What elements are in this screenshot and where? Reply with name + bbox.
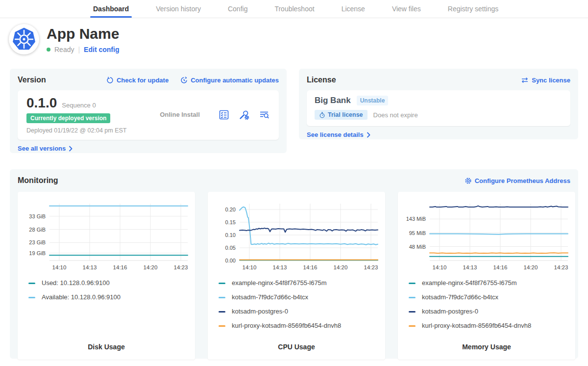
disk-usage-legend: Used: 10.128.0.96:9100Available: 10.128.… — [23, 279, 190, 301]
legend-item: example-nginx-54f8f76755-l675m — [409, 279, 570, 287]
legend-label: example-nginx-54f8f76755-l675m — [422, 279, 517, 287]
customer-name: Big Bank — [315, 96, 351, 105]
memory-usage-legend: example-nginx-54f8f76755-l675mkotsadm-7f… — [403, 279, 570, 330]
license-expiry: Does not expire — [373, 111, 418, 119]
tab-view-files[interactable]: View files — [392, 0, 421, 18]
clock-refresh-icon — [180, 77, 188, 84]
license-title: License — [307, 76, 336, 84]
page-title: App Name — [47, 26, 119, 42]
legend-label: kotsadm-postgres-0 — [422, 308, 478, 315]
kubernetes-icon — [10, 26, 38, 53]
legend-color-dash — [28, 283, 35, 284]
legend-color-dash — [219, 297, 225, 298]
legend-label: kotsadm-7f9dc7d66c-b4tcx — [422, 293, 498, 301]
svg-text:0.00: 0.00 — [225, 258, 236, 263]
legend-color-dash — [409, 325, 416, 327]
svg-text:28 GiB: 28 GiB — [29, 227, 46, 233]
svg-text:143 MiB: 143 MiB — [406, 216, 426, 222]
tab-registry-settings[interactable]: Registry settings — [448, 0, 498, 18]
status-ready-dot — [47, 48, 50, 52]
legend-color-dash — [219, 325, 225, 327]
view-logs-icon[interactable] — [258, 109, 270, 121]
see-license-details-link[interactable]: See license details — [307, 131, 370, 138]
svg-text:14:23: 14:23 — [554, 264, 568, 270]
legend-item: Used: 10.128.0.96:9100 — [28, 279, 190, 287]
version-number: 0.1.0 — [26, 95, 57, 111]
status-text: Ready — [54, 46, 74, 53]
svg-text:0.10: 0.10 — [225, 232, 236, 238]
svg-text:48 MiB: 48 MiB — [409, 244, 426, 250]
svg-text:14:16: 14:16 — [493, 264, 508, 270]
tab-license[interactable]: License — [342, 0, 365, 18]
svg-text:0.20: 0.20 — [225, 207, 236, 212]
version-sequence: Sequence 0 — [62, 102, 96, 109]
svg-text:33 GiB: 33 GiB — [29, 213, 46, 219]
svg-text:14:20: 14:20 — [334, 264, 348, 270]
svg-text:14:23: 14:23 — [174, 264, 188, 270]
svg-text:14:20: 14:20 — [144, 264, 158, 270]
configure-prometheus-link[interactable]: Configure Prometheus Address — [465, 177, 570, 184]
check-for-update-link[interactable]: Check for update — [106, 77, 169, 84]
legend-color-dash — [409, 311, 416, 313]
legend-item: Available: 10.128.0.96:9100 — [28, 293, 190, 301]
svg-text:14:23: 14:23 — [364, 264, 378, 270]
tab-config[interactable]: Config — [228, 0, 247, 18]
license-detail-card: Big Bank Unstable Trial license Does not… — [307, 90, 570, 126]
disk-usage-chart: 14:1014:1314:1614:2014:2319 GiB23 GiB28 … — [23, 198, 190, 272]
legend-item: kurl-proxy-kotsadm-8569fb6454-dnvh8 — [219, 322, 380, 330]
cpu-usage-legend: example-nginx-54f8f76755-l675mkotsadm-7f… — [213, 279, 380, 330]
legend-item: kotsadm-postgres-0 — [219, 308, 380, 315]
svg-text:95 MiB: 95 MiB — [409, 230, 426, 236]
see-all-versions-link[interactable]: See all versions — [18, 145, 73, 152]
svg-text:0.05: 0.05 — [225, 245, 236, 251]
currently-deployed-badge: Currently deployed version — [26, 113, 110, 123]
legend-label: Available: 10.128.0.96:9100 — [42, 293, 121, 301]
legend-item: kurl-proxy-kotsadm-8569fb6454-dnvh8 — [409, 322, 570, 330]
svg-text:19 GiB: 19 GiB — [29, 250, 46, 256]
legend-color-dash — [409, 297, 416, 298]
sync-icon — [521, 77, 529, 83]
edit-config-link[interactable]: Edit config — [84, 46, 119, 53]
version-title: Version — [18, 76, 46, 84]
divider: | — [78, 46, 80, 53]
tab-troubleshoot[interactable]: Troubleshoot — [274, 0, 314, 18]
legend-color-dash — [28, 297, 35, 298]
gear-icon — [465, 177, 472, 184]
svg-text:14:13: 14:13 — [463, 264, 477, 270]
preflight-checks-icon[interactable] — [218, 109, 230, 121]
tab-dashboard[interactable]: Dashboard — [93, 0, 129, 18]
svg-text:14:20: 14:20 — [524, 264, 538, 270]
app-logo — [9, 24, 39, 54]
legend-color-dash — [219, 283, 225, 284]
configure-automatic-updates-link[interactable]: Configure automatic updates — [180, 77, 279, 84]
memory-usage-chart: 14:1014:1314:1614:2014:2348 MiB95 MiB143… — [403, 198, 570, 272]
stopwatch-icon — [319, 112, 325, 118]
svg-text:14:16: 14:16 — [113, 264, 127, 270]
svg-text:14:10: 14:10 — [433, 264, 447, 270]
svg-text:14:16: 14:16 — [303, 264, 318, 270]
chart-title: CPU Usage — [213, 343, 380, 351]
top-nav: Dashboard Version history Config Trouble… — [0, 0, 588, 18]
edit-config-gear-icon[interactable] — [238, 109, 250, 121]
svg-text:0.15: 0.15 — [225, 219, 236, 225]
monitoring-section: Monitoring Configure Prometheus Address … — [10, 169, 578, 359]
refresh-icon — [106, 77, 114, 84]
legend-item: kotsadm-7f9dc7d66c-b4tcx — [409, 293, 570, 301]
app-header: App Name Ready | Edit config — [9, 24, 119, 54]
legend-color-dash — [219, 311, 225, 313]
cpu-usage-chart: 14:1014:1314:1614:2014:230.000.050.100.1… — [213, 198, 380, 272]
version-card: Version Check for update Configure autom… — [10, 69, 287, 153]
svg-text:14:13: 14:13 — [83, 264, 97, 270]
legend-label: kurl-proxy-kotsadm-8569fb6454-dnvh8 — [422, 322, 531, 330]
legend-item: example-nginx-54f8f76755-l675m — [219, 279, 380, 287]
svg-text:14:10: 14:10 — [52, 264, 67, 270]
svg-text:14:13: 14:13 — [273, 264, 287, 270]
sync-license-link[interactable]: Sync license — [521, 77, 570, 84]
legend-item: kotsadm-postgres-0 — [409, 308, 570, 315]
cpu-usage-card: 14:1014:1314:1614:2014:230.000.050.100.1… — [208, 192, 385, 360]
tab-version-history[interactable]: Version history — [156, 0, 201, 18]
svg-text:23 GiB: 23 GiB — [29, 239, 46, 245]
monitoring-title: Monitoring — [18, 176, 58, 185]
install-type-label: Online Install — [142, 111, 218, 118]
legend-label: Used: 10.128.0.96:9100 — [42, 279, 110, 287]
